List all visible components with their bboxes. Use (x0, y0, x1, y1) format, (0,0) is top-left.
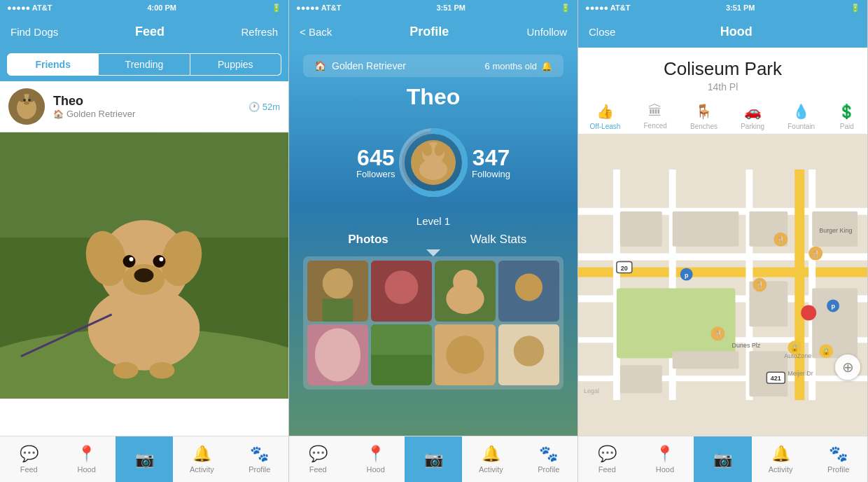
status-bar-3: ●●●●● AT&T 3:51 PM 🔋 (578, 0, 867, 15)
bottom-tab-bar-2: 💬 Feed 📍 Hood 📷 🔔 Activity 🐾 Profile (289, 436, 578, 482)
following-count: 347 (472, 146, 510, 169)
nav-right-1[interactable]: Refresh (241, 26, 278, 38)
profile-label-1: Profile (248, 465, 270, 474)
tab-camera-2[interactable]: 📷 (405, 436, 462, 482)
feed-icon-1: 💬 (20, 445, 38, 463)
svg-point-17 (123, 255, 136, 268)
svg-text:p: p (831, 303, 835, 310)
nav-bar-3: Close Hood (578, 15, 867, 48)
time-3: 3:51 PM (726, 4, 755, 12)
feed-icon-3: 💬 (598, 445, 617, 463)
fenced-label: Fenced (644, 122, 667, 130)
off-leash-label: Off-Leash (590, 123, 621, 130)
tab-feed-1[interactable]: 💬 Feed (0, 436, 57, 482)
tab-hood-2[interactable]: 📍 Hood (346, 436, 404, 482)
svg-text:Legal: Legal (584, 387, 599, 394)
tab-hood-1[interactable]: 📍 Hood (57, 436, 115, 482)
tab-profile-3[interactable]: 🐾 Profile (809, 436, 867, 482)
svg-text:Meijer Dr: Meijer Dr (788, 370, 813, 377)
nav-right-2[interactable]: Unfollow (526, 26, 567, 38)
dog-name: Theo (53, 94, 248, 109)
nav-bar-2: < Back Profile Unfollow (289, 15, 578, 48)
paid-label: Paid (840, 123, 854, 130)
svg-point-7 (24, 102, 29, 105)
nav-left-1[interactable]: Find Dogs (10, 26, 58, 38)
nav-left-3[interactable]: Close (589, 26, 615, 38)
activity-icon-3: 🔔 (771, 445, 790, 463)
photo-7[interactable] (435, 324, 496, 385)
map-container[interactable]: Burger King Dunes Plz Meijer Dr AutoZone… (578, 134, 867, 436)
nav-left-2[interactable]: < Back (300, 26, 332, 38)
battery-1: 🔋 (272, 4, 281, 13)
amenity-fenced[interactable]: 🏛 Fenced (644, 103, 667, 130)
svg-point-5 (23, 99, 26, 102)
photo-8[interactable] (498, 324, 559, 385)
photo-6[interactable] (371, 324, 432, 385)
photo-4[interactable] (498, 261, 559, 322)
dog-large-photo (0, 132, 288, 399)
tab-feed-2[interactable]: 💬 Feed (289, 436, 346, 482)
profile-icon-3: 🐾 (829, 445, 848, 463)
tab-camera-1[interactable]: 📷 (115, 436, 173, 482)
feed-icon-2: 💬 (309, 445, 328, 463)
amenity-parking[interactable]: 🚗 Parking (741, 103, 764, 130)
photo-3[interactable] (435, 261, 496, 322)
feed-label-3: Feed (598, 465, 616, 474)
tab-walk-stats[interactable]: Walk Stats (433, 233, 564, 249)
photo-grid (303, 256, 564, 390)
svg-text:421: 421 (771, 375, 781, 382)
svg-text:🔒: 🔒 (822, 347, 831, 356)
tab-activity-1[interactable]: 🔔 Activity (173, 436, 230, 482)
photo-5[interactable] (307, 324, 368, 385)
status-bar-2: ●●●●● AT&T 3:51 PM 🔋 (289, 0, 578, 15)
hood-icon-1: 📍 (77, 445, 96, 463)
svg-rect-61 (808, 170, 816, 400)
dog-time: 🕐 52m (248, 102, 280, 112)
hood-label-2: Hood (366, 465, 384, 474)
tab-hood-3[interactable]: 📍 Hood (636, 436, 694, 482)
photo-2[interactable] (371, 261, 432, 322)
svg-rect-69 (620, 365, 662, 393)
stats-ring-svg (395, 124, 472, 201)
svg-text:Burger King: Burger King (819, 227, 852, 234)
tab-friends[interactable]: Friends (7, 53, 99, 76)
carrier-2: ●●●●● AT&T (296, 4, 341, 12)
map-compass[interactable]: ⊕ (835, 354, 860, 380)
svg-text:🍴: 🍴 (811, 249, 820, 259)
tab-activity-3[interactable]: 🔔 Activity (752, 436, 810, 482)
tab-activity-2[interactable]: 🔔 Activity (462, 436, 519, 482)
tab-camera-3[interactable]: 📷 (694, 436, 752, 482)
svg-text:20: 20 (621, 265, 628, 272)
tab-feed-3[interactable]: 💬 Feed (578, 436, 636, 482)
tab-profile-2[interactable]: 🐾 Profile (520, 436, 578, 482)
tab-trending[interactable]: Trending (99, 53, 190, 76)
amenity-paid[interactable]: 💲 Paid (838, 103, 855, 130)
tab-selector-1: Friends Trending Puppies (0, 48, 288, 81)
battery-3: 🔋 (850, 4, 860, 13)
activity-label-1: Activity (190, 465, 214, 474)
camera-icon-2: 📷 (424, 450, 443, 469)
tab-photos[interactable]: Photos (303, 233, 433, 249)
profile-breed: Golden Retriever (332, 60, 406, 71)
photo-1[interactable] (307, 261, 368, 322)
dog-breed: 🏠 Golden Retriever (53, 109, 248, 119)
time-1: 4:00 PM (147, 4, 176, 12)
svg-rect-46 (371, 355, 432, 386)
tab-puppies[interactable]: Puppies (190, 53, 281, 76)
nav-title-3: Hood (720, 25, 752, 39)
panel-feed: ●●●●● AT&T 4:00 PM 🔋 Find Dogs Feed Refr… (0, 0, 289, 482)
activity-icon-1: 🔔 (192, 445, 211, 463)
dog-list-item-theo[interactable]: Theo 🏠 Golden Retriever 🕐 52m (0, 81, 288, 132)
amenity-fountain[interactable]: 💧 Fountain (788, 103, 815, 130)
profile-meta: 🏠 Golden Retriever 6 months old 🔔 (303, 55, 564, 77)
off-leash-icon: 👍 (596, 103, 614, 120)
svg-point-34 (323, 268, 354, 299)
amenity-off-leash[interactable]: 👍 Off-Leash (590, 103, 621, 130)
svg-rect-72 (812, 288, 858, 358)
time-2: 3:51 PM (436, 4, 465, 12)
profile-icon-1: 🐾 (250, 445, 269, 463)
amenity-benches[interactable]: 🪑 Benches (690, 103, 718, 130)
tab-profile-1[interactable]: 🐾 Profile (231, 436, 288, 482)
svg-rect-53 (578, 254, 867, 261)
carrier-1: ●●●●● AT&T (7, 4, 52, 12)
